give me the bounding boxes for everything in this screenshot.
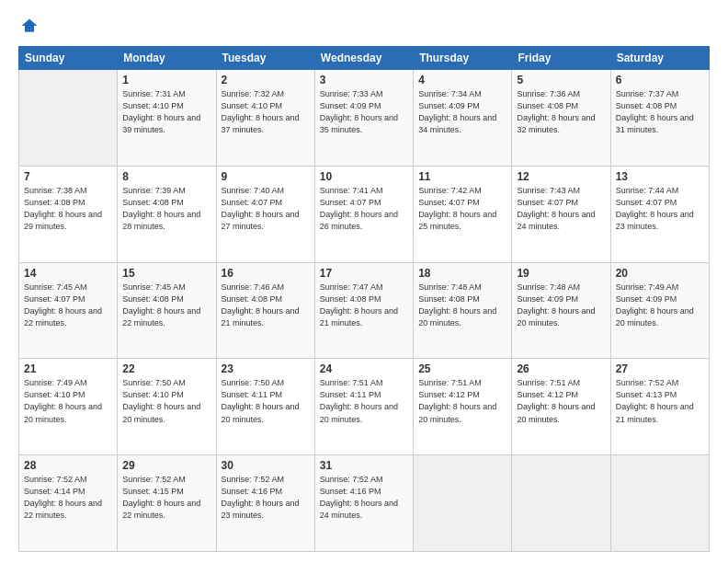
calendar-day: 28Sunrise: 7:52 AMSunset: 4:14 PMDayligh…	[19, 455, 118, 552]
calendar-day: 2Sunrise: 7:32 AMSunset: 4:10 PMDaylight…	[216, 70, 314, 167]
calendar-day: 29Sunrise: 7:52 AMSunset: 4:15 PMDayligh…	[118, 455, 216, 552]
day-number: 29	[122, 459, 210, 472]
day-number: 13	[616, 170, 704, 183]
calendar-day: 31Sunrise: 7:52 AMSunset: 4:16 PMDayligh…	[314, 455, 413, 552]
day-info: Sunrise: 7:51 AMSunset: 4:11 PMDaylight:…	[320, 377, 408, 425]
day-number: 19	[517, 267, 605, 280]
day-number: 28	[24, 459, 112, 472]
calendar-day: 3Sunrise: 7:33 AMSunset: 4:09 PMDaylight…	[314, 70, 413, 167]
calendar-day: 20Sunrise: 7:49 AMSunset: 4:09 PMDayligh…	[610, 262, 709, 359]
day-number: 24	[320, 362, 408, 375]
calendar-day	[414, 455, 512, 552]
day-info: Sunrise: 7:45 AMSunset: 4:08 PMDaylight:…	[122, 282, 210, 329]
calendar-day	[610, 455, 709, 552]
calendar-day: 16Sunrise: 7:46 AMSunset: 4:08 PMDayligh…	[216, 262, 314, 359]
day-number: 9	[222, 170, 310, 183]
calendar-day: 25Sunrise: 7:51 AMSunset: 4:12 PMDayligh…	[414, 359, 512, 455]
calendar-week-2: 7Sunrise: 7:38 AMSunset: 4:08 PMDaylight…	[19, 166, 710, 262]
day-info: Sunrise: 7:45 AMSunset: 4:07 PMDaylight:…	[24, 282, 112, 329]
day-number: 30	[222, 459, 310, 472]
day-number: 11	[418, 170, 506, 183]
day-info: Sunrise: 7:34 AMSunset: 4:09 PMDaylight:…	[418, 88, 506, 136]
weekday-header-friday: Friday	[512, 47, 610, 70]
header	[18, 17, 710, 39]
calendar-header: SundayMondayTuesdayWednesdayThursdayFrid…	[19, 47, 710, 70]
page: SundayMondayTuesdayWednesdayThursdayFrid…	[0, 0, 728, 563]
day-info: Sunrise: 7:48 AMSunset: 4:08 PMDaylight:…	[418, 282, 506, 329]
weekday-header-wednesday: Wednesday	[314, 47, 413, 70]
day-number: 14	[24, 267, 112, 280]
weekday-header-monday: Monday	[118, 47, 216, 70]
day-number: 15	[122, 267, 210, 280]
day-info: Sunrise: 7:52 AMSunset: 4:16 PMDaylight:…	[320, 474, 408, 522]
day-info: Sunrise: 7:40 AMSunset: 4:07 PMDaylight:…	[222, 185, 310, 233]
weekday-row: SundayMondayTuesdayWednesdayThursdayFrid…	[19, 47, 710, 70]
calendar-day: 9Sunrise: 7:40 AMSunset: 4:07 PMDaylight…	[216, 166, 314, 262]
calendar-day: 5Sunrise: 7:36 AMSunset: 4:08 PMDaylight…	[512, 70, 610, 167]
calendar-day: 15Sunrise: 7:45 AMSunset: 4:08 PMDayligh…	[118, 262, 216, 359]
logo-icon	[20, 17, 39, 35]
calendar-day: 18Sunrise: 7:48 AMSunset: 4:08 PMDayligh…	[414, 262, 512, 359]
day-number: 23	[222, 362, 310, 375]
calendar-table: SundayMondayTuesdayWednesdayThursdayFrid…	[18, 46, 710, 552]
day-info: Sunrise: 7:47 AMSunset: 4:08 PMDaylight:…	[320, 282, 408, 329]
day-number: 7	[24, 170, 112, 183]
day-info: Sunrise: 7:49 AMSunset: 4:09 PMDaylight:…	[616, 282, 704, 329]
svg-marker-0	[22, 19, 38, 32]
calendar-day	[512, 455, 610, 552]
day-info: Sunrise: 7:46 AMSunset: 4:08 PMDaylight:…	[222, 282, 310, 329]
calendar-day: 19Sunrise: 7:48 AMSunset: 4:09 PMDayligh…	[512, 262, 610, 359]
day-number: 31	[320, 459, 408, 472]
calendar-day: 10Sunrise: 7:41 AMSunset: 4:07 PMDayligh…	[314, 166, 413, 262]
day-info: Sunrise: 7:48 AMSunset: 4:09 PMDaylight:…	[517, 282, 605, 329]
day-info: Sunrise: 7:50 AMSunset: 4:11 PMDaylight:…	[222, 377, 310, 425]
day-info: Sunrise: 7:37 AMSunset: 4:08 PMDaylight:…	[616, 88, 704, 136]
day-number: 27	[616, 362, 704, 375]
calendar-day	[19, 70, 118, 167]
day-info: Sunrise: 7:36 AMSunset: 4:08 PMDaylight:…	[517, 88, 605, 136]
day-number: 4	[418, 74, 506, 86]
day-number: 26	[517, 362, 605, 375]
day-info: Sunrise: 7:52 AMSunset: 4:14 PMDaylight:…	[24, 474, 112, 522]
day-number: 22	[122, 362, 210, 375]
day-number: 10	[320, 170, 408, 183]
day-info: Sunrise: 7:51 AMSunset: 4:12 PMDaylight:…	[517, 377, 605, 425]
calendar-week-5: 28Sunrise: 7:52 AMSunset: 4:14 PMDayligh…	[19, 455, 710, 552]
day-number: 25	[418, 362, 506, 375]
day-number: 20	[616, 267, 704, 280]
calendar-day: 6Sunrise: 7:37 AMSunset: 4:08 PMDaylight…	[610, 70, 709, 167]
day-info: Sunrise: 7:32 AMSunset: 4:10 PMDaylight:…	[222, 88, 310, 136]
day-info: Sunrise: 7:51 AMSunset: 4:12 PMDaylight:…	[418, 377, 506, 425]
calendar-day: 1Sunrise: 7:31 AMSunset: 4:10 PMDaylight…	[118, 70, 216, 167]
day-info: Sunrise: 7:44 AMSunset: 4:07 PMDaylight:…	[616, 185, 704, 233]
day-info: Sunrise: 7:33 AMSunset: 4:09 PMDaylight:…	[320, 88, 408, 136]
calendar-day: 23Sunrise: 7:50 AMSunset: 4:11 PMDayligh…	[216, 359, 314, 455]
calendar-day: 24Sunrise: 7:51 AMSunset: 4:11 PMDayligh…	[314, 359, 413, 455]
day-info: Sunrise: 7:52 AMSunset: 4:16 PMDaylight:…	[222, 474, 310, 522]
weekday-header-thursday: Thursday	[414, 47, 512, 70]
calendar-day: 7Sunrise: 7:38 AMSunset: 4:08 PMDaylight…	[19, 166, 118, 262]
day-info: Sunrise: 7:43 AMSunset: 4:07 PMDaylight:…	[517, 185, 605, 233]
day-info: Sunrise: 7:50 AMSunset: 4:10 PMDaylight:…	[122, 377, 210, 425]
day-number: 8	[122, 170, 210, 183]
calendar-day: 27Sunrise: 7:52 AMSunset: 4:13 PMDayligh…	[610, 359, 709, 455]
calendar-day: 30Sunrise: 7:52 AMSunset: 4:16 PMDayligh…	[216, 455, 314, 552]
day-number: 21	[24, 362, 112, 375]
day-info: Sunrise: 7:49 AMSunset: 4:10 PMDaylight:…	[24, 377, 112, 425]
calendar-day: 14Sunrise: 7:45 AMSunset: 4:07 PMDayligh…	[19, 262, 118, 359]
weekday-header-tuesday: Tuesday	[216, 47, 314, 70]
calendar-week-4: 21Sunrise: 7:49 AMSunset: 4:10 PMDayligh…	[19, 359, 710, 455]
calendar-day: 11Sunrise: 7:42 AMSunset: 4:07 PMDayligh…	[414, 166, 512, 262]
day-info: Sunrise: 7:52 AMSunset: 4:13 PMDaylight:…	[616, 377, 704, 425]
calendar-day: 26Sunrise: 7:51 AMSunset: 4:12 PMDayligh…	[512, 359, 610, 455]
day-info: Sunrise: 7:38 AMSunset: 4:08 PMDaylight:…	[24, 185, 112, 233]
calendar-day: 4Sunrise: 7:34 AMSunset: 4:09 PMDaylight…	[414, 70, 512, 167]
day-info: Sunrise: 7:42 AMSunset: 4:07 PMDaylight:…	[418, 185, 506, 233]
day-number: 16	[222, 267, 310, 280]
calendar-day: 17Sunrise: 7:47 AMSunset: 4:08 PMDayligh…	[314, 262, 413, 359]
calendar-day: 8Sunrise: 7:39 AMSunset: 4:08 PMDaylight…	[118, 166, 216, 262]
calendar-day: 21Sunrise: 7:49 AMSunset: 4:10 PMDayligh…	[19, 359, 118, 455]
day-info: Sunrise: 7:31 AMSunset: 4:10 PMDaylight:…	[122, 88, 210, 136]
day-info: Sunrise: 7:39 AMSunset: 4:08 PMDaylight:…	[122, 185, 210, 233]
calendar-body: 1Sunrise: 7:31 AMSunset: 4:10 PMDaylight…	[19, 70, 710, 552]
